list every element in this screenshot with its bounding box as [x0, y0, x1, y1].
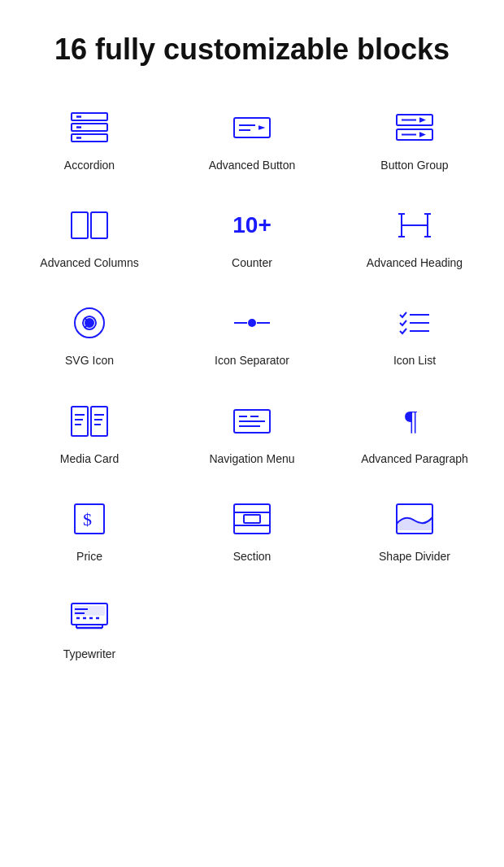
button-group-label: Button Group [380, 158, 448, 172]
accordion-label: Accordion [64, 158, 115, 172]
svg-rect-14 [91, 212, 107, 238]
icon-list-icon [390, 303, 439, 343]
typewriter-icon [65, 596, 114, 637]
advanced-paragraph-icon: ¶ [390, 401, 439, 442]
icon-list-label: Icon List [393, 353, 436, 368]
advanced-paragraph-label: Advanced Paragraph [361, 451, 468, 466]
shape-divider-label: Shape Divider [379, 549, 450, 564]
block-advanced-heading[interactable]: Advanced Heading [341, 205, 488, 270]
svg-rect-13 [72, 212, 88, 238]
counter-label: Counter [232, 255, 272, 270]
svg-text:¶: ¶ [405, 405, 418, 435]
counter-text: 10+ [232, 212, 272, 238]
section-icon [228, 499, 276, 539]
media-card-icon [65, 401, 114, 442]
block-section[interactable]: Section [179, 499, 325, 564]
advanced-button-label: Advanced Button [209, 158, 296, 172]
navigation-menu-icon [228, 401, 276, 442]
block-icon-list[interactable]: Icon List [341, 303, 488, 368]
typewriter-label: Typewriter [63, 647, 116, 661]
svg-text:$: $ [83, 509, 92, 529]
svg-point-25 [248, 319, 256, 327]
blocks-grid: Accordion Advanced Button Button G [16, 107, 488, 661]
block-price[interactable]: $ Price [16, 499, 163, 564]
block-media-card[interactable]: Media Card [16, 401, 163, 466]
block-navigation-menu[interactable]: Navigation Menu [179, 401, 325, 466]
counter-icon: 10+ [228, 205, 276, 246]
price-icon: $ [65, 499, 114, 539]
advanced-heading-icon [390, 205, 439, 246]
icon-separator-icon [228, 303, 276, 343]
advanced-columns-icon [65, 205, 114, 246]
svg-icon-label: SVG Icon [65, 353, 114, 368]
block-svg-icon[interactable]: SVG Icon [16, 303, 163, 368]
svg-point-23 [85, 319, 93, 327]
advanced-button-icon [228, 107, 276, 148]
advanced-columns-label: Advanced Columns [40, 255, 138, 270]
block-advanced-columns[interactable]: Advanced Columns [16, 205, 163, 270]
accordion-icon [65, 107, 114, 148]
block-counter[interactable]: 10+ Counter [179, 205, 325, 270]
block-accordion[interactable]: Accordion [16, 107, 163, 172]
section-label: Section [233, 549, 272, 564]
block-shape-divider[interactable]: Shape Divider [341, 499, 488, 564]
svg-rect-49 [244, 515, 260, 523]
price-label: Price [76, 549, 102, 564]
media-card-label: Media Card [60, 451, 119, 466]
svg-rect-30 [72, 407, 88, 436]
navigation-menu-label: Navigation Menu [209, 451, 294, 466]
block-icon-separator[interactable]: Icon Separator [179, 303, 325, 368]
svg-rect-31 [91, 407, 107, 436]
shape-divider-icon [390, 499, 439, 539]
svg-rect-46 [234, 504, 270, 534]
block-button-group[interactable]: Button Group [341, 107, 488, 172]
button-group-icon [390, 107, 439, 148]
page-title: 16 fully customizable blocks [16, 33, 488, 67]
block-advanced-button[interactable]: Advanced Button [179, 107, 325, 172]
svg-icon-icon [65, 303, 114, 343]
block-advanced-paragraph[interactable]: ¶ Advanced Paragraph [341, 401, 488, 466]
block-typewriter[interactable]: Typewriter [16, 596, 163, 661]
icon-separator-label: Icon Separator [215, 353, 289, 368]
advanced-heading-label: Advanced Heading [367, 255, 463, 270]
